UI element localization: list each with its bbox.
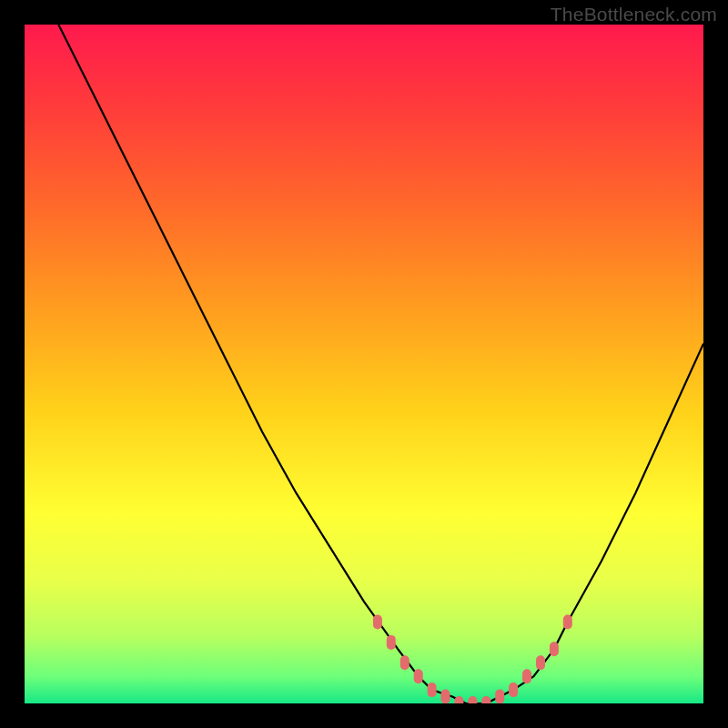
marker-point	[509, 682, 518, 697]
bottleneck-curve-svg	[25, 25, 703, 703]
marker-point	[428, 682, 437, 697]
watermark-label: TheBottleneck.com	[551, 4, 717, 25]
marker-point	[400, 655, 410, 670]
marker-point	[550, 642, 559, 656]
marker-point	[495, 690, 504, 704]
marker-point	[468, 696, 477, 703]
outer-frame: TheBottleneck.com	[0, 0, 728, 728]
plot-area	[25, 25, 703, 703]
marker-point	[563, 615, 572, 630]
marker-point	[481, 696, 490, 703]
curve-path	[58, 25, 703, 703]
marker-point	[522, 669, 531, 683]
marker-point	[536, 655, 545, 670]
marker-point	[441, 690, 450, 704]
marker-point	[373, 615, 382, 630]
marker-point	[387, 635, 396, 650]
marker-point	[414, 669, 423, 683]
marker-point	[454, 696, 463, 703]
marker-group	[373, 615, 572, 704]
